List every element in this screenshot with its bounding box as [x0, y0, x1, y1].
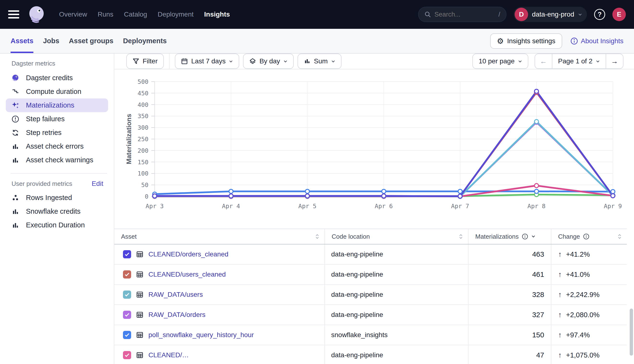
table-row: CLEANED/orders_cleaned data-eng-pipeline… — [114, 244, 627, 264]
chart-data-point — [229, 189, 233, 193]
chevron-down-icon — [284, 60, 288, 63]
column-header-change[interactable]: Change — [552, 229, 627, 244]
topnav-link-overview[interactable]: Overview — [59, 10, 87, 18]
row-checkbox[interactable] — [123, 331, 131, 339]
chevron-down-icon — [331, 60, 335, 63]
sidebar-item-asset-check-errors[interactable]: Asset check errors — [6, 140, 108, 153]
bar-chart-icon — [11, 142, 20, 151]
row-checkbox[interactable] — [123, 250, 131, 258]
table-asset-icon — [136, 291, 144, 298]
sidebar-item-materializations[interactable]: Materializations — [6, 98, 108, 112]
sidebar-item-dagster-credits[interactable]: Dagster credits — [6, 71, 108, 85]
tab-asset-groups[interactable]: Asset groups — [69, 29, 113, 53]
pagination: ← Page 1 of 2 → — [534, 54, 624, 69]
search-box[interactable]: / — [418, 7, 506, 22]
y-axis-title: Materializations — [125, 114, 132, 164]
table-row: RAW_DATA/users data-eng-pipeline 328 ↑ +… — [114, 285, 627, 305]
table-row: CLEANED/users_cleaned data-eng-pipeline … — [114, 264, 627, 285]
sidebar-item-execution-duration[interactable]: Execution Duration — [6, 218, 108, 232]
topnav-link-deployment[interactable]: Deployment — [158, 10, 194, 18]
topnav-link-insights[interactable]: Insights — [204, 10, 230, 18]
insights-settings-button[interactable]: ⚙ Insights settings — [490, 33, 562, 49]
sidebar-item-rows-ingested[interactable]: Rows Ingested — [6, 191, 108, 204]
org-switcher[interactable]: D data-eng-prod — [514, 7, 587, 22]
table-asset-icon — [136, 270, 144, 278]
help-icon[interactable]: ? — [594, 9, 605, 20]
sidebar-item-step-failures[interactable]: Step failures — [6, 112, 108, 126]
user-metrics-title: User provided metrics — [12, 180, 72, 188]
menu-icon[interactable] — [8, 10, 19, 18]
topnav-links: OverviewRunsCatalogDeploymentInsights — [59, 10, 230, 18]
asset-link[interactable]: RAW_DATA/users — [148, 291, 203, 298]
user-avatar[interactable]: E — [612, 8, 626, 21]
asset-link[interactable]: CLEANED/orders_cleaned — [148, 250, 228, 258]
check-icon — [125, 353, 130, 357]
granularity-dropdown[interactable]: By day — [243, 54, 294, 69]
search-shortcut-hint: / — [498, 11, 500, 18]
chart-toolbar: Filter Last 7 days By day — [114, 54, 634, 70]
table-asset-icon — [136, 311, 144, 318]
chart-data-point — [153, 194, 157, 198]
table-scrollbar[interactable] — [630, 308, 633, 356]
funnel-icon — [132, 58, 139, 64]
sidebar-divider — [10, 173, 107, 174]
table-asset-icon — [136, 250, 144, 258]
table-asset-icon — [136, 351, 144, 359]
dagster-logo[interactable] — [26, 4, 46, 24]
top-nav: OverviewRunsCatalogDeploymentInsights / … — [0, 0, 634, 29]
chevron-down-icon — [229, 60, 233, 63]
y-axis-tick: 300 — [138, 124, 148, 131]
x-axis-label: Apr 9 — [604, 203, 622, 210]
chart-data-point — [611, 194, 615, 198]
column-header-materializations[interactable]: Materializations — [468, 229, 552, 244]
edit-metrics-link[interactable]: Edit — [92, 180, 103, 188]
per-page-dropdown[interactable]: 10 per page — [472, 54, 528, 69]
row-checkbox[interactable] — [123, 290, 131, 299]
tab-assets[interactable]: Assets — [10, 29, 34, 53]
y-axis-tick: 100 — [138, 170, 148, 177]
chart-data-point — [534, 120, 539, 124]
asset-link[interactable]: RAW_DATA/orders — [148, 311, 206, 318]
page-dropdown[interactable]: Page 1 of 2 — [552, 54, 606, 68]
row-checkbox[interactable] — [123, 351, 131, 359]
row-checkbox[interactable] — [123, 270, 131, 278]
dots-icon — [11, 194, 20, 202]
tab-jobs[interactable]: Jobs — [43, 29, 59, 53]
asset-link[interactable]: poll_snowflake_query_history_hour — [148, 331, 254, 339]
info-icon — [570, 37, 578, 45]
next-page-button[interactable]: → — [606, 54, 623, 68]
aggregation-dropdown[interactable]: Sum — [298, 54, 342, 69]
sidebar-item-compute-duration[interactable]: Compute duration — [6, 85, 108, 98]
tab-deployments[interactable]: Deployments — [123, 29, 167, 53]
topnav-link-runs[interactable]: Runs — [98, 10, 113, 18]
topnav-link-catalog[interactable]: Catalog — [124, 10, 147, 18]
y-axis-tick: 500 — [138, 78, 148, 85]
filter-button[interactable]: Filter — [126, 54, 164, 69]
sort-icon — [459, 234, 463, 239]
chart-data-point — [458, 189, 462, 193]
code-location-cell: data-eng-pipeline — [325, 285, 468, 304]
org-name: data-eng-prod — [532, 10, 574, 18]
asset-link[interactable]: CLEANED/users_cleaned — [148, 270, 226, 278]
search-input[interactable] — [434, 11, 495, 18]
chart-data-point — [229, 194, 233, 198]
materializations-chart: Apr 3Apr 4Apr 5Apr 6Apr 7Apr 8Apr 905010… — [114, 70, 634, 228]
asset-link[interactable]: CLEANED/… — [148, 351, 189, 359]
table-row: RAW_DATA/orders data-eng-pipeline 327 ↑ … — [114, 305, 627, 325]
sidebar-item-asset-check-warnings[interactable]: Asset check warnings — [6, 153, 108, 167]
chart-data-point — [534, 184, 539, 188]
insights-sub-nav: AssetsJobsAsset groupsDeployments ⚙ Insi… — [0, 29, 634, 54]
up-arrow-icon: ↑ — [558, 270, 562, 278]
octopus-icon — [11, 74, 20, 82]
sidebar-item-step-retries[interactable]: Step retries — [6, 126, 108, 140]
column-header-asset[interactable]: Asset — [114, 229, 325, 244]
code-location-cell: data-eng-pipeline — [325, 264, 468, 284]
sidebar-item-snowflake-credits[interactable]: Snowflake credits — [6, 204, 108, 218]
date-range-dropdown[interactable]: Last 7 days — [175, 54, 239, 69]
x-axis-label: Apr 5 — [298, 203, 316, 210]
row-checkbox[interactable] — [123, 311, 131, 319]
column-header-code-location[interactable]: Code location — [325, 229, 468, 244]
about-insights-link[interactable]: About Insights — [570, 37, 624, 45]
sort-icon — [315, 234, 319, 239]
prev-page-button[interactable]: ← — [535, 54, 552, 68]
